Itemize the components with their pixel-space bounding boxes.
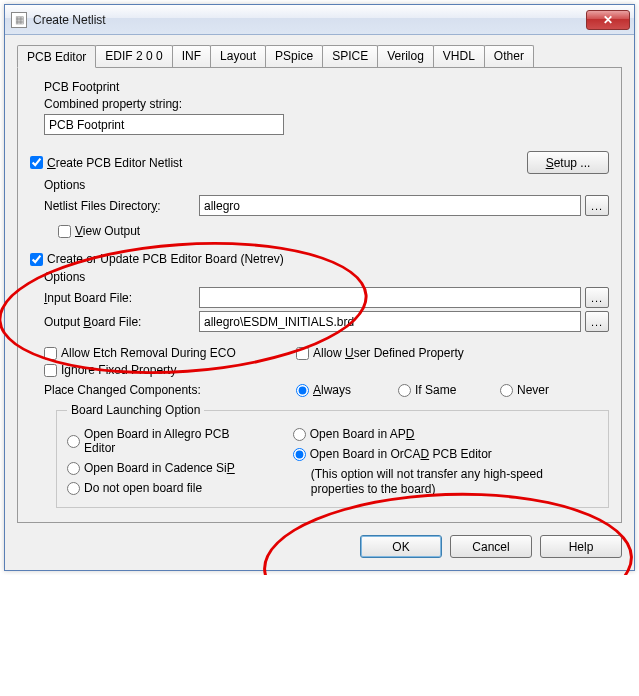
tab-pspice[interactable]: PSpice xyxy=(265,45,323,68)
radio-allegro-label: Open Board in Allegro PCB Editor xyxy=(84,427,257,455)
create-netlist-checkbox[interactable]: Create PCB Editor Netlist xyxy=(30,156,182,170)
launch-group: Board Launching Option Open Board in All… xyxy=(56,403,609,508)
dialog-window: ▦ Create Netlist ✕ PCB Editor EDIF 2 0 0… xyxy=(4,4,635,571)
launch-legend: Board Launching Option xyxy=(67,403,204,417)
tab-verilog[interactable]: Verilog xyxy=(377,45,434,68)
netrev-checkbox[interactable]: Create or Update PCB Editor Board (Netre… xyxy=(30,252,284,266)
radio-sip-label: Open Board in Cadence SiP xyxy=(84,461,235,475)
close-button[interactable]: ✕ xyxy=(586,10,630,30)
input-board-field[interactable] xyxy=(199,287,581,308)
tab-other[interactable]: Other xyxy=(484,45,534,68)
create-netlist-input[interactable] xyxy=(30,156,43,169)
netlist-dir-label: Netlist Files Directory: xyxy=(44,199,199,213)
radio-always[interactable]: Always xyxy=(296,383,386,397)
etch-removal-input[interactable] xyxy=(44,347,57,360)
radio-allegro-input[interactable] xyxy=(67,435,80,448)
window-title: Create Netlist xyxy=(33,13,586,27)
radio-none[interactable]: Do not open board file xyxy=(67,481,257,495)
options2-header: Options xyxy=(44,270,609,284)
radio-none-label: Do not open board file xyxy=(84,481,202,495)
tab-spice[interactable]: SPICE xyxy=(322,45,378,68)
netlist-dir-browse-button[interactable]: ... xyxy=(585,195,609,216)
close-icon: ✕ xyxy=(603,13,613,27)
radio-allegro[interactable]: Open Board in Allegro PCB Editor xyxy=(67,427,257,455)
radio-none-input[interactable] xyxy=(67,482,80,495)
netlist-dir-field[interactable] xyxy=(199,195,581,216)
user-defined-prop-label: Allow User Defined Property xyxy=(313,346,464,360)
output-board-field[interactable] xyxy=(199,311,581,332)
tab-edif[interactable]: EDIF 2 0 0 xyxy=(95,45,172,68)
options1-header: Options xyxy=(44,178,609,192)
radio-orcad-input[interactable] xyxy=(293,448,306,461)
radio-never[interactable]: Never xyxy=(500,383,549,397)
radio-ifsame-label: If Same xyxy=(415,383,456,397)
radio-ifsame[interactable]: If Same xyxy=(398,383,488,397)
place-changed-label: Place Changed Components: xyxy=(44,383,296,397)
ignore-fixed-input[interactable] xyxy=(44,364,57,377)
etch-removal-checkbox[interactable]: Allow Etch Removal During ECO xyxy=(44,346,296,360)
create-netlist-label: Create PCB Editor Netlist xyxy=(47,156,182,170)
app-icon: ▦ xyxy=(11,12,27,28)
radio-orcad-label: Open Board in OrCAD PCB Editor xyxy=(310,447,492,461)
radio-sip[interactable]: Open Board in Cadence SiP xyxy=(67,461,257,475)
netrev-input[interactable] xyxy=(30,253,43,266)
view-output-label: View Output xyxy=(75,224,140,238)
radio-apd[interactable]: Open Board in APD xyxy=(293,427,586,441)
combined-property-field[interactable] xyxy=(44,114,284,135)
view-output-checkbox[interactable]: View Output xyxy=(58,224,140,238)
tab-pcb-editor[interactable]: PCB Editor xyxy=(17,45,96,68)
setup-button[interactable]: Setup ... xyxy=(527,151,609,174)
radio-always-label: Always xyxy=(313,383,351,397)
etch-removal-label: Allow Etch Removal During ECO xyxy=(61,346,236,360)
radio-ifsame-input[interactable] xyxy=(398,384,411,397)
radio-sip-input[interactable] xyxy=(67,462,80,475)
radio-never-label: Never xyxy=(517,383,549,397)
radio-orcad[interactable]: Open Board in OrCAD PCB Editor xyxy=(293,447,586,461)
radio-apd-label: Open Board in APD xyxy=(310,427,415,441)
help-button[interactable]: Help xyxy=(540,535,622,558)
view-output-input[interactable] xyxy=(58,225,71,238)
dialog-content: PCB Editor EDIF 2 0 0 INF Layout PSpice … xyxy=(5,35,634,570)
ignore-fixed-label: Ignore Fixed Property xyxy=(61,363,176,377)
radio-never-input[interactable] xyxy=(500,384,513,397)
input-board-label: Input Board File: xyxy=(44,291,199,305)
radio-always-input[interactable] xyxy=(296,384,309,397)
radio-orcad-note: (This option will not transfer any high-… xyxy=(311,467,598,497)
cancel-button[interactable]: Cancel xyxy=(450,535,532,558)
tab-inf[interactable]: INF xyxy=(172,45,211,68)
dialog-footer: OK Cancel Help xyxy=(17,535,622,558)
titlebar: ▦ Create Netlist ✕ xyxy=(5,5,634,35)
tab-strip: PCB Editor EDIF 2 0 0 INF Layout PSpice … xyxy=(17,45,622,68)
ignore-fixed-checkbox[interactable]: Ignore Fixed Property xyxy=(44,363,176,377)
radio-apd-input[interactable] xyxy=(293,428,306,441)
tab-layout[interactable]: Layout xyxy=(210,45,266,68)
netrev-label: Create or Update PCB Editor Board (Netre… xyxy=(47,252,284,266)
tab-vhdl[interactable]: VHDL xyxy=(433,45,485,68)
combined-property-label: Combined property string: xyxy=(44,97,182,111)
user-defined-prop-input[interactable] xyxy=(296,347,309,360)
input-board-browse-button[interactable]: ... xyxy=(585,287,609,308)
output-board-browse-button[interactable]: ... xyxy=(585,311,609,332)
ok-button[interactable]: OK xyxy=(360,535,442,558)
footprint-header: PCB Footprint xyxy=(44,80,609,94)
user-defined-prop-checkbox[interactable]: Allow User Defined Property xyxy=(296,346,464,360)
output-board-label: Output Board File: xyxy=(44,315,199,329)
tab-panel-pcb-editor: PCB Footprint Combined property string: … xyxy=(17,67,622,523)
